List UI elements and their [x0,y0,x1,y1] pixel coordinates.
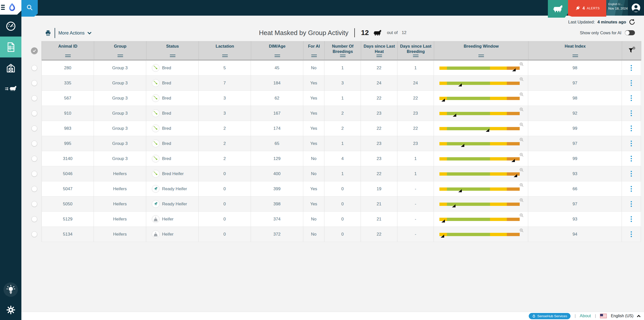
sensehub-drop-logo-icon[interactable] [8,3,16,11]
cell-breeding-window [434,181,528,197]
sidebar-item-dashboard[interactable] [0,16,21,37]
language-date-block[interactable]: English U... Nov 18, 2024 [606,0,628,16]
zoom-in-icon[interactable] [519,62,524,67]
column-label: Days since Last Breeding [399,44,432,54]
about-link[interactable]: About [580,313,591,318]
funnel-clear-icon [628,47,635,54]
cell-number-of-breedings: 4 [324,151,361,166]
cows-button[interactable] [548,0,568,18]
breeding-window-segment [490,142,507,145]
search-button[interactable] [21,0,38,17]
zoom-in-icon[interactable] [519,77,524,82]
chevron-up-icon[interactable] [637,315,640,318]
row-select-radio[interactable] [31,231,37,237]
row-select-radio[interactable] [31,186,37,192]
column-filter-icon[interactable] [413,55,419,57]
select-all-checkbox[interactable] [31,47,38,54]
column-filter-icon[interactable] [118,55,123,57]
refresh-icon[interactable] [629,19,635,25]
sidebar-item-sort-cows[interactable] [0,78,21,99]
column-header-days-since-last-breeding[interactable]: Days since Last Breeding [398,41,434,60]
status-label: Bred Heifer [162,171,184,176]
row-select-radio[interactable] [31,110,37,116]
hamburger-menu-icon[interactable] [1,5,5,11]
cell-status: Bred Heifer [146,166,199,181]
zoom-in-icon[interactable] [519,198,524,203]
zoom-in-icon[interactable] [519,152,524,157]
row-menu-button[interactable] [629,139,633,148]
cell-lactation: 0 [199,212,251,227]
sidebar-item-tips[interactable] [4,282,18,297]
row-menu-button[interactable] [629,94,633,103]
row-select-radio[interactable] [31,156,37,162]
column-header-number-of-breedings[interactable]: Number Of Breedings [325,41,361,60]
column-filter-icon[interactable] [478,55,484,57]
us-flag-icon[interactable] [600,314,607,318]
sidebar-item-settings[interactable] [0,305,21,315]
row-menu-button[interactable] [629,109,633,118]
cell-status: Ready Heifer [146,197,199,212]
row-menu-button[interactable] [629,124,633,133]
zoom-in-icon[interactable] [519,92,524,97]
column-header-for-ai[interactable]: For AI [304,41,325,60]
footer-language-selector[interactable]: English (US) [611,314,633,318]
column-header-group[interactable]: Group [94,41,146,60]
animals-table: Animal IDGroupStatusLactationDIM/AgeFor … [42,41,641,242]
zoom-in-icon[interactable] [519,107,524,112]
clear-filters-header[interactable] [622,41,641,60]
column-filter-icon[interactable] [222,55,228,57]
sidebar-item-reports[interactable] [0,37,21,57]
cell-dim-age: 399 [251,181,303,197]
column-header-days-since-last-heat[interactable]: Days since Last Heat [361,41,398,60]
column-filter-icon[interactable] [170,55,175,57]
total-count: 12 [402,30,406,35]
row-select-radio[interactable] [31,80,37,86]
row-select-radio[interactable] [31,125,37,131]
column-filter-icon[interactable] [65,55,71,57]
zoom-in-icon[interactable] [519,213,524,218]
column-header-status[interactable]: Status [146,41,199,60]
column-filter-icon[interactable] [275,55,280,57]
row-select-radio[interactable] [31,65,37,71]
row-select-radio[interactable] [31,216,37,222]
cell-row-menu [622,212,641,227]
column-header-heat-index[interactable]: Heat Index [528,41,622,60]
row-menu-button[interactable] [629,79,633,87]
last-updated-value: 4 minutes ago [597,20,626,25]
row-select-radio[interactable] [31,141,37,146]
column-filter-icon[interactable] [573,55,578,57]
column-filter-icon[interactable] [311,55,317,57]
column-label: Days since Last Heat [363,44,396,54]
row-menu-button[interactable] [629,63,633,72]
zoom-in-icon[interactable] [519,122,524,127]
user-account-button[interactable] [628,0,644,16]
row-menu-button[interactable] [629,215,633,223]
row-select-radio[interactable] [31,171,37,177]
row-menu-button[interactable] [629,154,633,163]
alerts-button[interactable]: 4 ALERTS [568,0,606,17]
zoom-in-icon[interactable] [519,168,524,172]
column-filter-icon[interactable] [376,55,382,57]
row-select-radio[interactable] [31,95,37,101]
column-filter-icon[interactable] [340,55,346,57]
row-menu-button[interactable] [629,200,633,208]
column-header-breeding-window[interactable]: Breeding Window [434,41,528,60]
sensehub-services-button[interactable]: SenseHub Services [529,313,571,319]
sidebar-item-farm[interactable] [0,57,21,78]
show-only-cows-toggle[interactable] [625,30,635,35]
table-row: 5134Heifers Heifer0372No022- 94 [42,227,641,242]
row-menu-button[interactable] [629,230,633,239]
row-menu-button[interactable] [629,184,633,193]
row-menu-button[interactable] [629,169,633,178]
status-bred-icon [152,64,160,72]
row-select-radio[interactable] [31,201,37,207]
column-header-lactation[interactable]: Lactation [199,41,251,60]
cell-heat-index: 93 [528,212,622,227]
column-header-animal-id[interactable]: Animal ID [42,41,94,60]
gear-icon [6,305,16,315]
zoom-in-icon[interactable] [519,137,524,142]
status-label: Bred [162,126,171,131]
zoom-in-icon[interactable] [519,228,524,233]
column-header-dim-age[interactable]: DIM/Age [251,41,304,60]
zoom-in-icon[interactable] [519,183,524,187]
